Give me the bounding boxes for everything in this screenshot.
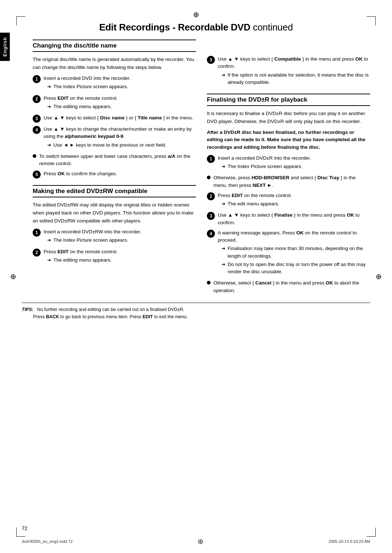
compass-icon-bottom: ⊕ [197, 537, 204, 546]
section-making-compatible-intro: The edited DVD±RW may still display the … [33, 201, 196, 225]
section-finalising-header: Finalising the DVD±R for playback [207, 94, 370, 106]
step-2-content: Press EDIT on the remote control. ➜ The … [44, 95, 196, 112]
step-num-5: 5 [33, 171, 41, 179]
section-changing-disc-title-name-header: Changing the disc/title name [33, 40, 196, 52]
section-changing-intro: The original disc/title name is generate… [33, 56, 196, 71]
compat-step-num-3: 3 [207, 56, 215, 64]
compat-step-3-arrow: ➜ If the option is not available for sel… [221, 71, 370, 86]
step-5-press-ok: 5 Press OK to confirm the changes. [33, 170, 196, 179]
final-step-num-1: 1 [207, 155, 215, 163]
section-finalising-intro: It is necessary to finalise a DVD±R disc… [207, 110, 370, 125]
final-step-1: 1 Insert a recorded DVD±R into the recor… [207, 155, 370, 172]
final-step-2-arrow: ➜ The edit menu appears. [221, 200, 370, 208]
arrow-icon-c3: ➜ [221, 71, 225, 79]
footer-right: 2005-10-13 9:18:20 AM [328, 539, 370, 544]
step-3-select-disc-name: 3 Use ▲ ▼ keys to select { Disc name } o… [33, 114, 196, 123]
final-step-2-arrow-text: The edit menu appears. [228, 200, 279, 208]
compat-step-1: 1 Insert a recorded DVD±RW into the reco… [33, 228, 196, 245]
final-step-4-content: A warning message appears. Press OK on t… [218, 229, 370, 277]
compat-step-1-content: Insert a recorded DVD±RW into the record… [44, 228, 196, 245]
final-step-num-2: 2 [207, 192, 215, 200]
step-num-1: 1 [33, 75, 41, 83]
final-step-1-arrow: ➜ The Index Picture screen appears. [221, 163, 370, 170]
final-step-3: 3 Use ▲ ▼ keys to select { Finalise } in… [207, 212, 370, 226]
final-step-4-arrow2: ➜ Do not try to open the disc tray or tu… [221, 261, 370, 276]
step-3-content: Use ▲ ▼ keys to select { Disc name } or … [44, 114, 196, 122]
section-making-compatible-header: Making the edited DVD±RW compatible [33, 185, 196, 197]
compass-icon-right: ⊕ [376, 272, 382, 281]
step-5-content: Press OK to confirm the changes. [44, 170, 196, 177]
language-tab: English [0, 33, 10, 61]
compat-step-num-2: 2 [33, 249, 41, 257]
final-step-1-content: Insert a recorded DVD±R into the recorde… [218, 155, 370, 172]
compat-step-2-arrow-text: The editing menu appears. [53, 257, 112, 264]
bullet-cancel-text: Otherwise, select { Cancel } in the menu… [213, 279, 370, 294]
compat-step-1-arrow-text: The Index Picture screen appears. [53, 237, 128, 244]
corner-mark-br-h [367, 536, 376, 537]
arrow-icon-f4a: ➜ [221, 245, 225, 252]
arrow-icon-2: ➜ [47, 103, 51, 110]
corner-mark-bl-v [16, 528, 17, 537]
compat-step-3: 3 Use ▲ ▼ keys to select { Compatible } … [207, 56, 370, 87]
step-4-arrow: ➜ Use ◄ ► keys to move to the previous o… [47, 142, 196, 149]
arrow-icon-f2: ➜ [221, 200, 225, 208]
step-1-arrow: ➜ The Index Picture screen appears. [47, 83, 196, 90]
footer-left: dvdr9000h_eu_eng2.indd 72 [22, 539, 73, 544]
final-step-2-content: Press EDIT on the remote control. ➜ The … [218, 192, 370, 209]
step-num-2: 2 [33, 95, 41, 103]
final-step-1-arrow-text: The Index Picture screen appears. [228, 163, 302, 170]
final-step-4-arrow2-text: Do not try to open the disc tray or turn… [228, 261, 370, 276]
bullet-switch-case: To switch between upper and lower case c… [33, 153, 196, 168]
tips-section: TIPS: No further recording and editing c… [22, 303, 370, 320]
corner-mark-tl-v [16, 16, 17, 25]
bullet-icon [33, 154, 36, 158]
corner-mark-tr-h [367, 16, 376, 17]
main-columns: Changing the disc/title name The origina… [33, 40, 370, 297]
page-number: 72 [22, 525, 28, 531]
bullet-hdd-text: Otherwise, press HDD-BROWSER and select … [213, 174, 370, 189]
compat-step-3-content: Use ▲ ▼ keys to select { Compatible } in… [218, 56, 370, 87]
step-1-arrow-text: The Index Picture screen appears. [53, 83, 128, 90]
final-step-num-4: 4 [207, 230, 215, 238]
arrow-icon-f4b: ➜ [221, 261, 225, 268]
compat-step-2: 2 Press EDIT on the remote control. ➜ Th… [33, 248, 196, 265]
left-column: Changing the disc/title name The origina… [33, 40, 196, 297]
compat-step-num-1: 1 [33, 229, 41, 237]
compat-step-2-arrow: ➜ The editing menu appears. [47, 257, 196, 264]
right-column: 3 Use ▲ ▼ keys to select { Compatible } … [207, 40, 370, 297]
bullet-hdd-browser: Otherwise, press HDD-BROWSER and select … [207, 174, 370, 189]
title-continued: continued [253, 22, 293, 33]
bullet-cancel: Otherwise, select { Cancel } in the menu… [207, 279, 370, 294]
final-step-num-3: 3 [207, 212, 215, 220]
page-title: Edit Recordings - Recordable DVD continu… [22, 22, 370, 33]
final-step-4-arrow1-text: Finalisation may take more than 30 minut… [228, 245, 370, 260]
corner-mark-bl-h [16, 536, 25, 537]
corner-mark-tr-v [375, 16, 376, 25]
footer: dvdr9000h_eu_eng2.indd 72 ⊕ 2005-10-13 9… [22, 537, 370, 546]
compat-step-3-arrow-text: If the option is not available for selec… [228, 71, 370, 86]
step-num-4: 4 [33, 126, 41, 134]
step-num-3: 3 [33, 115, 41, 123]
compass-icon-left: ⊕ [10, 272, 16, 281]
step-4-change-char: 4 Use ▲ ▼ keys to change the character/n… [33, 126, 196, 150]
final-step-2: 2 Press EDIT on the remote control. ➜ Th… [207, 192, 370, 209]
final-step-4: 4 A warning message appears. Press OK on… [207, 229, 370, 277]
section-finalising: Finalising the DVD±R for playback It is … [207, 94, 370, 294]
step-2-press-edit: 2 Press EDIT on the remote control. ➜ Th… [33, 95, 196, 112]
arrow-icon-c1: ➜ [47, 237, 51, 244]
bullet-icon-cancel [207, 281, 211, 284]
step-1-insert-dvd: 1 Insert a recorded DVD into the recorde… [33, 75, 196, 92]
compat-step-1-arrow: ➜ The Index Picture screen appears. [47, 237, 196, 244]
page-content: Edit Recordings - Recordable DVD continu… [22, 22, 370, 524]
arrow-icon-4: ➜ [47, 142, 51, 149]
corner-mark-br-v [375, 528, 376, 537]
section-making-compatible: Making the edited DVD±RW compatible The … [33, 185, 196, 265]
tips-label: TIPS: [22, 307, 33, 312]
compat-step-2-content: Press EDIT on the remote control. ➜ The … [44, 248, 196, 265]
step-2-arrow-text: The editing menu appears. [53, 103, 112, 110]
bullet-icon-hdd [207, 176, 211, 179]
step-1-content: Insert a recorded DVD into the recorder.… [44, 75, 196, 92]
finalising-warning: After a DVD±R disc has been finalised, n… [207, 129, 370, 151]
final-step-4-arrow1: ➜ Finalisation may take more than 30 min… [221, 245, 370, 260]
arrow-icon: ➜ [47, 83, 51, 90]
